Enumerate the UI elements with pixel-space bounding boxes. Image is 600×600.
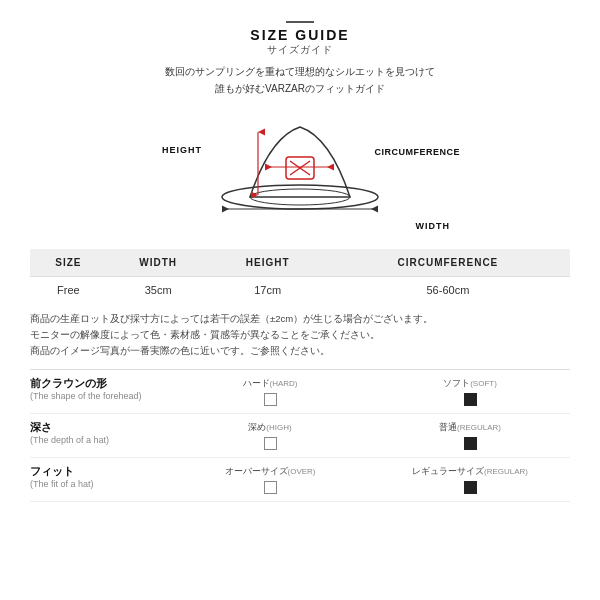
option-checkbox[interactable] (264, 481, 277, 494)
notes-block: 商品の生産ロット及び採寸方によっては若干の誤差（±2cm）が生じる場合がございま… (30, 311, 570, 359)
feature-label: 前クラウンの形(The shape of the forehead) (30, 377, 170, 401)
feature-options: オーバーサイズ(OVER)レギュラーサイズ(REGULAR) (170, 465, 570, 494)
width-label: WIDTH (416, 221, 451, 231)
feature-option: ソフト(SOFT) (370, 377, 570, 406)
title-block: SIZE GUIDE サイズガイド (250, 18, 349, 57)
feature-option: ハード(HARD) (170, 377, 370, 406)
title-jp: サイズガイド (250, 43, 349, 57)
feature-option: レギュラーサイズ(REGULAR) (370, 465, 570, 494)
title-divider (286, 21, 314, 23)
diagram-area: HEIGHT CIRCUMFERENCE WIDTH (140, 107, 460, 237)
col-header-size: SIZE (30, 249, 107, 277)
feature-option: 深め(HIGH) (170, 421, 370, 450)
col-header-circumference: CIRCUMFERENCE (326, 249, 570, 277)
features-section: 前クラウンの形(The shape of the forehead)ハード(HA… (30, 369, 570, 502)
subtitle: 数回のサンプリングを重ねて理想的なシルエットを見つけて 誰もが好むVARZARの… (165, 63, 435, 97)
title-en: SIZE GUIDE (250, 27, 349, 43)
feature-option: オーバーサイズ(OVER) (170, 465, 370, 494)
option-checkbox[interactable] (464, 481, 477, 494)
feature-row: 前クラウンの形(The shape of the forehead)ハード(HA… (30, 370, 570, 414)
note-line: 商品の生産ロット及び採寸方によっては若干の誤差（±2cm）が生じる場合がございま… (30, 311, 570, 327)
note-line: 商品のイメージ写真が一番実際の色に近いです。ご参照ください。 (30, 343, 570, 359)
subtitle-line1: 数回のサンプリングを重ねて理想的なシルエットを見つけて (165, 66, 435, 77)
option-checkbox[interactable] (464, 437, 477, 450)
feature-options: ハード(HARD)ソフト(SOFT) (170, 377, 570, 406)
feature-row: フィット(The fit of a hat)オーバーサイズ(OVER)レギュラー… (30, 458, 570, 502)
size-table: SIZE WIDTH HEIGHT CIRCUMFERENCE Free35cm… (30, 249, 570, 303)
option-checkbox[interactable] (264, 393, 277, 406)
option-checkbox[interactable] (264, 437, 277, 450)
subtitle-line2: 誰もが好むVARZARのフィットガイド (215, 83, 385, 94)
feature-option: 普通(REGULAR) (370, 421, 570, 450)
table-row: Free35cm17cm56-60cm (30, 277, 570, 304)
note-line: モニターの解像度によって色・素材感・質感等が異なることをご承ください。 (30, 327, 570, 343)
feature-options: 深め(HIGH)普通(REGULAR) (170, 421, 570, 450)
option-checkbox[interactable] (464, 393, 477, 406)
feature-label: フィット(The fit of a hat) (30, 465, 170, 489)
feature-label: 深さ(The depth of a hat) (30, 421, 170, 445)
hat-diagram-svg (190, 107, 410, 235)
col-header-width: WIDTH (107, 249, 210, 277)
page-container: SIZE GUIDE サイズガイド 数回のサンプリングを重ねて理想的なシルエット… (0, 0, 600, 600)
feature-row: 深さ(The depth of a hat)深め(HIGH)普通(REGULAR… (30, 414, 570, 458)
col-header-height: HEIGHT (210, 249, 326, 277)
